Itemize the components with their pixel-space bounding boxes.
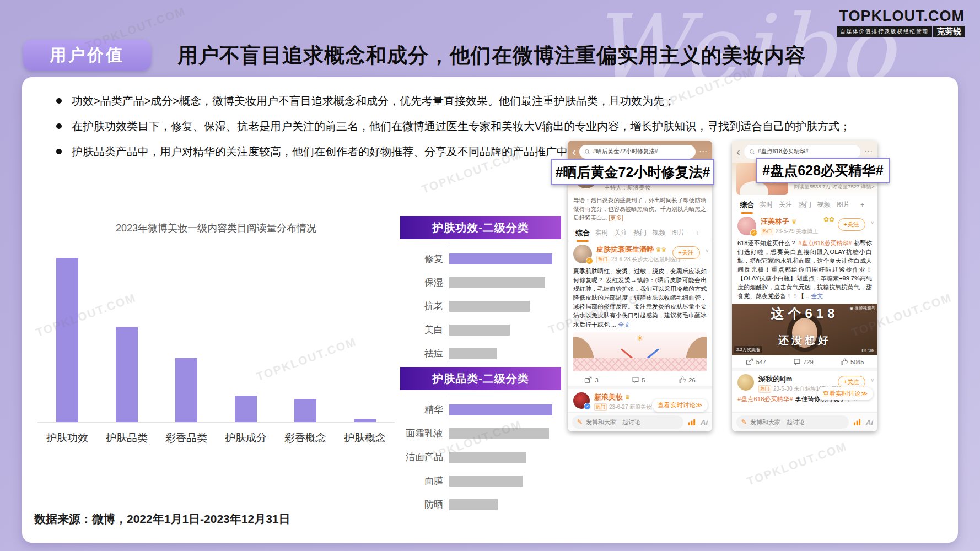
topic-host-label: 主持人：新浪美妆 — [604, 184, 650, 192]
trend-chart-icon[interactable] — [688, 419, 696, 426]
data-source-note: 数据来源：微博，2022年1月1日-2023年12月31日 — [34, 511, 290, 527]
category-label: 彩香品类 — [157, 431, 216, 445]
crown-icon: ♛ — [625, 394, 631, 401]
comment-button[interactable]: 729 — [793, 358, 813, 365]
follow-button[interactable]: +关注 — [672, 246, 700, 259]
avatar[interactable]: ✓ — [573, 392, 590, 409]
like-count: 26 — [688, 377, 695, 383]
like-button[interactable]: 26 — [679, 376, 695, 383]
chevron-down-icon[interactable]: ∨ — [705, 248, 709, 253]
avatar[interactable]: ✓ — [573, 245, 592, 263]
tab-composite[interactable]: 综合 — [737, 200, 757, 210]
tab-following[interactable]: 关注 — [611, 228, 631, 237]
repost-button[interactable]: 3 — [584, 376, 598, 383]
composer-input[interactable]: ✎ 发博和大家一起讨论 — [736, 415, 849, 429]
engagement-bar: 3 5 26 — [568, 374, 712, 386]
follow-button[interactable]: +关注 — [838, 218, 865, 231]
post-text-body: 618还不知道买什么？ — [737, 240, 796, 246]
tab-image[interactable]: 图片 — [833, 200, 853, 209]
skin-grid-graphic — [573, 358, 707, 371]
bar-彩香品类 — [175, 358, 197, 422]
tab-add[interactable]: + — [687, 229, 707, 237]
post-meta: 热门 23-6-28 长沙天心区晨时医疗... — [596, 256, 686, 263]
like-button[interactable]: 5065 — [841, 358, 864, 365]
search-input[interactable]: #晒后黄金72小时修复法# — [579, 145, 696, 159]
more-link[interactable]: [更多] — [609, 214, 623, 221]
user-name-text: 皮肤抗衰医生潘晔 — [596, 245, 654, 253]
tab-video[interactable]: 视频 — [649, 228, 669, 237]
repost-button[interactable]: 547 — [746, 358, 766, 365]
category-label: 精华 — [400, 403, 449, 416]
user-name[interactable]: 汪美林子 ♛ — [761, 217, 818, 226]
back-icon[interactable]: ‹ — [736, 146, 740, 157]
hbar-rows: 修复保湿抗老美白祛痘 — [400, 239, 561, 368]
live-discussion-button[interactable]: 查看实时讨论≫ — [652, 399, 708, 412]
hot-badge: 热门 — [594, 403, 607, 411]
ai-button[interactable]: Ai — [701, 418, 708, 426]
live-discussion-button[interactable]: 查看实时讨论≫ — [817, 387, 873, 400]
back-icon[interactable]: ‹ — [572, 146, 576, 157]
hbar-row: 洁面产品 — [400, 445, 561, 469]
uva-ray-graphic — [621, 348, 633, 359]
category-label: 面膜 — [400, 474, 449, 487]
user-name[interactable]: 深秋的kjm — [758, 374, 847, 384]
tab-composite[interactable]: 综合 — [573, 228, 593, 238]
full-text-link[interactable]: 全文 — [618, 321, 630, 328]
flower-decoration-icon: ✿✿ — [823, 215, 834, 223]
repost-icon — [746, 358, 754, 365]
bar-track — [449, 253, 561, 264]
tab-hot[interactable]: 热门 — [795, 200, 815, 209]
tab-hot[interactable]: 热门 — [631, 228, 650, 237]
weibo-post: ✓ 皮肤抗衰医生潘晔 ♛♛ 热门 23-6-28 长沙天心区晨时医疗... +关… — [568, 241, 712, 264]
logo-tagline: 自媒体价值排行及版权经纪管理 — [837, 26, 932, 37]
topic-stats[interactable]: 阅读量5538.7万 讨论量7527 详情> — [794, 183, 875, 191]
bar-抗老 — [449, 301, 530, 312]
chart-plot-area — [37, 257, 395, 423]
hbar-row: 防晒 — [400, 493, 561, 516]
video-thumbnail[interactable]: 这个618 还没想好 2.2万次观看 01:36 ◉ 微博视频号 — [732, 304, 877, 355]
hashtag-link[interactable]: #盘点618必买精华# — [798, 240, 852, 246]
bar-column — [157, 358, 216, 422]
bar-track — [449, 301, 561, 312]
chevron-down-icon[interactable]: ∨ — [870, 377, 874, 383]
bullet-icon — [56, 123, 62, 129]
hbar-row: 抗老 — [400, 294, 561, 318]
more-icon[interactable]: ⋯ — [699, 147, 708, 156]
tab-video[interactable]: 视频 — [814, 200, 833, 209]
video-view-count: 2.2万次观看 — [734, 346, 762, 353]
chart-category-labels: 护肤功效护肤品类彩香品类护肤成分彩香概念护肤概念 — [37, 431, 395, 445]
tab-image[interactable]: 图片 — [669, 228, 688, 237]
hashtag-link[interactable]: #盘点618必买精华# — [737, 396, 793, 402]
tab-realtime[interactable]: 实时 — [757, 200, 776, 209]
tab-add[interactable]: + — [853, 201, 872, 209]
tab-realtime[interactable]: 实时 — [593, 228, 612, 237]
hot-badge: 热门 — [596, 256, 609, 263]
section-badge: 用户价值 — [23, 40, 151, 71]
like-icon — [841, 358, 848, 365]
hbar-row: 面膜 — [400, 469, 561, 493]
verified-icon: ✓ — [584, 403, 591, 410]
avatar[interactable]: ✓ — [737, 217, 756, 235]
trend-chart-icon[interactable] — [853, 419, 861, 426]
composer-input[interactable]: ✎ 发博和大家一起讨论 — [572, 415, 683, 429]
intro-text: 导语：烈日炎炎的盛夏到了，外出时间长了即便防晒做得再充分，也容易被晒黑晒伤。千万… — [573, 197, 707, 221]
bar-column — [37, 258, 97, 422]
hot-badge: 热门 — [761, 228, 773, 235]
bullet-icon — [56, 98, 62, 104]
follow-button[interactable]: +关注 — [838, 376, 865, 388]
axis-line — [449, 396, 449, 513]
composer-placeholder: 发博和大家一起讨论 — [750, 418, 805, 426]
ai-button[interactable]: Ai — [866, 418, 873, 426]
uvb-ray-graphic — [646, 348, 659, 359]
weibo-post: 深秋的kjm 热门 23-5-30 来自魅族16T大屏娱... +关注 ∨ 查看… — [732, 371, 877, 394]
tab-following[interactable]: 关注 — [776, 200, 795, 209]
full-text-link[interactable]: 全文 — [811, 293, 823, 299]
more-icon[interactable]: ⋯ — [864, 147, 873, 156]
avatar[interactable] — [737, 374, 754, 391]
chevron-down-icon[interactable]: ∨ — [870, 220, 874, 225]
comment-button[interactable]: 5 — [632, 376, 645, 383]
search-input[interactable]: #盘点618必买精华# — [744, 144, 861, 159]
composer-placeholder: 发博和大家一起讨论 — [586, 418, 640, 426]
bullet-icon — [56, 149, 62, 154]
bar-防晒 — [449, 499, 498, 510]
